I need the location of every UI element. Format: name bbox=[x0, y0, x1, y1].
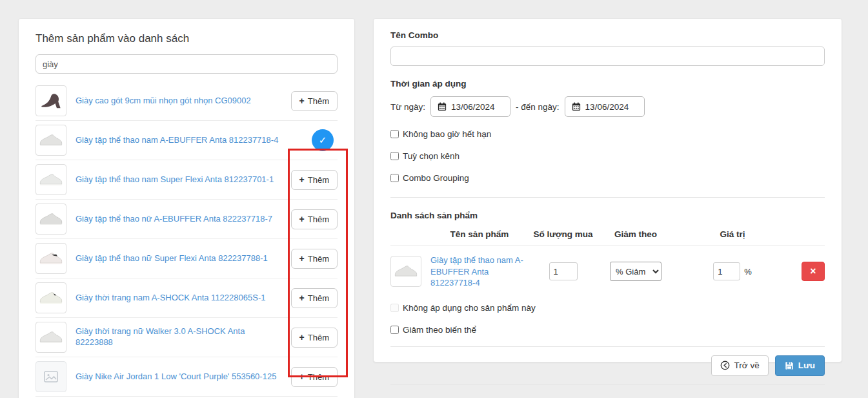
product-list-item: Giày tập thể thao nam A-EBUFFER Anta 812… bbox=[35, 121, 338, 160]
calendar-icon bbox=[438, 102, 447, 111]
to-date-value: 13/06/2024 bbox=[585, 102, 629, 112]
product-thumbnail bbox=[35, 282, 66, 313]
added-check-button[interactable]: ✓ bbox=[312, 129, 334, 151]
time-section-label: Thời gian áp dụng bbox=[390, 66, 825, 96]
bottom-divider bbox=[390, 384, 825, 385]
from-date-input[interactable]: 13/06/2024 bbox=[430, 96, 510, 117]
sneaker-icon bbox=[39, 325, 63, 350]
add-product-button[interactable]: + Thêm bbox=[291, 209, 338, 229]
checkbox-label: Combo Grouping bbox=[403, 173, 469, 183]
not-apply-checkbox[interactable] bbox=[390, 304, 399, 312]
product-thumbnail bbox=[35, 85, 66, 116]
save-button[interactable]: Lưu bbox=[775, 355, 825, 376]
back-button[interactable]: Trở về bbox=[711, 355, 769, 376]
combo-form-panel: Tên Combo Thời gian áp dụng Từ ngày: 13/… bbox=[373, 18, 842, 362]
variant-discount-checkbox[interactable] bbox=[390, 326, 399, 334]
product-thumbnail bbox=[390, 256, 421, 287]
value-unit-label: % bbox=[744, 267, 752, 277]
from-date-value: 13/06/2024 bbox=[451, 102, 495, 112]
save-icon bbox=[785, 361, 794, 370]
product-name-link[interactable]: Giày thời trang nam A-SHOCK Anta 1122280… bbox=[76, 293, 291, 304]
value-input[interactable] bbox=[713, 262, 740, 280]
combo-name-input[interactable] bbox=[390, 47, 825, 66]
col-header-discount: Giảm theo bbox=[594, 229, 678, 239]
table-header-row: Tên sản phẩm Số lượng mua Giảm theo Giá … bbox=[390, 224, 825, 246]
sneaker-icon bbox=[394, 259, 418, 284]
product-thumbnail bbox=[35, 322, 66, 353]
plus-icon: + bbox=[299, 254, 305, 263]
combo-name-label: Tên Combo bbox=[390, 19, 825, 47]
date-range-row: Từ ngày: 13/06/2024 - đến ngày: 13/06/20… bbox=[390, 96, 825, 117]
channel-option-checkbox[interactable] bbox=[390, 152, 399, 160]
col-header-value: Giá trị bbox=[678, 229, 787, 239]
calendar-icon bbox=[572, 102, 581, 111]
checkbox-never-expire[interactable]: Không bao giờ hết hạn bbox=[390, 129, 825, 139]
product-thumbnail bbox=[35, 361, 66, 392]
plus-icon: + bbox=[299, 175, 305, 184]
product-name-link[interactable]: Giày tập thể thao nam A-EBUFFER Anta 812… bbox=[76, 135, 312, 146]
product-name-link[interactable]: Giày Nike Air Jordan 1 Low 'Court Purple… bbox=[76, 372, 291, 382]
add-product-button[interactable]: + Thêm bbox=[291, 91, 338, 111]
product-name-link[interactable]: Giày tập thể thao nữ Super Flexi Anta 82… bbox=[76, 253, 291, 264]
add-product-button[interactable]: + Thêm bbox=[291, 288, 338, 308]
product-thumbnail bbox=[35, 125, 66, 156]
checkbox-combo-grouping[interactable]: Combo Grouping bbox=[390, 173, 825, 183]
product-name-link[interactable]: Giày tập thể thao nam A-EBUFFER Anta 812… bbox=[430, 255, 527, 289]
checkbox-variant-discount[interactable]: Giảm theo biến thể bbox=[390, 325, 825, 335]
plus-icon: + bbox=[299, 215, 305, 224]
plus-icon: + bbox=[299, 333, 305, 342]
product-list-item: Giày tập thể thao nam Super Flexi Anta 8… bbox=[35, 160, 338, 200]
high-heel-icon bbox=[39, 89, 63, 112]
add-button-label: Thêm bbox=[308, 333, 329, 342]
product-name-link[interactable]: Giày tập thể thao nữ A-EBUFFER Anta 8222… bbox=[76, 214, 291, 225]
product-thumbnail bbox=[35, 204, 66, 235]
add-button-label: Thêm bbox=[308, 175, 329, 185]
product-name-link[interactable]: Giày cao gót 9cm mũi nhọn gót nhọn CG090… bbox=[76, 96, 291, 107]
save-button-label: Lưu bbox=[798, 361, 815, 370]
checkbox-label: Giảm theo biến thể bbox=[403, 325, 476, 335]
discount-type-select[interactable]: % Giảm bbox=[610, 262, 661, 281]
from-date-label: Từ ngày: bbox=[390, 102, 425, 112]
quantity-input[interactable] bbox=[549, 262, 578, 280]
product-thumbnail bbox=[35, 164, 66, 195]
close-icon: × bbox=[810, 266, 816, 277]
add-product-button[interactable]: + Thêm bbox=[291, 249, 338, 269]
arrow-circle-left-icon bbox=[720, 361, 730, 370]
product-name-link[interactable]: Giày tập thể thao nam Super Flexi Anta 8… bbox=[76, 174, 291, 185]
product-thumbnail bbox=[35, 243, 66, 274]
product-name-link[interactable]: Giày thời trang nữ Walker 3.0 A-SHOCK An… bbox=[76, 326, 291, 348]
to-date-input[interactable]: 13/06/2024 bbox=[565, 96, 645, 117]
checkbox-not-apply[interactable]: Không áp dụng cho sản phẩm này bbox=[390, 303, 825, 313]
product-list-item: Giày tập thể thao nữ Super Flexi Anta 82… bbox=[35, 239, 338, 278]
never-expire-checkbox[interactable] bbox=[390, 130, 399, 138]
delete-row-button[interactable]: × bbox=[802, 262, 825, 281]
product-list-item: Giày tập thể thao nữ A-EBUFFER Anta 8222… bbox=[35, 200, 338, 239]
product-list-item: Giày thời trang nữ Walker 3.0 A-SHOCK An… bbox=[35, 318, 338, 357]
col-header-qty: Số lượng mua bbox=[532, 229, 594, 239]
add-button-label: Thêm bbox=[308, 96, 329, 106]
add-button-label: Thêm bbox=[308, 372, 329, 382]
plus-icon: + bbox=[299, 293, 305, 302]
add-button-label: Thêm bbox=[308, 254, 329, 264]
panel-title: Thêm sản phẩm vào danh sách bbox=[35, 19, 338, 54]
checkbox-channel-option[interactable]: Tuỳ chọn kênh bbox=[390, 151, 825, 161]
plus-icon: + bbox=[299, 372, 305, 381]
sneaker-icon bbox=[39, 207, 63, 231]
footer-actions: Trở về Lưu bbox=[390, 347, 825, 384]
sneaker-icon bbox=[39, 128, 63, 152]
add-product-button[interactable]: + Thêm bbox=[291, 328, 338, 348]
product-list-item: Giày thời trang nam A-SHOCK Anta 1122280… bbox=[35, 278, 338, 318]
check-icon: ✓ bbox=[319, 134, 327, 146]
checkbox-label: Không bao giờ hết hạn bbox=[403, 129, 491, 139]
search-input[interactable] bbox=[35, 54, 338, 74]
sneaker-icon bbox=[39, 167, 63, 192]
product-list-item: Giày cao gót 9cm mũi nhọn gót nhọn CG090… bbox=[35, 81, 338, 121]
add-button-label: Thêm bbox=[308, 293, 329, 303]
checkbox-label: Tuỳ chọn kênh bbox=[403, 151, 459, 161]
add-product-button[interactable]: + Thêm bbox=[291, 170, 338, 190]
combo-grouping-checkbox[interactable] bbox=[390, 174, 399, 182]
add-product-button[interactable]: + Thêm bbox=[291, 367, 338, 387]
add-product-panel: Thêm sản phẩm vào danh sách Giày cao gót… bbox=[18, 18, 355, 398]
checkbox-label: Không áp dụng cho sản phẩm này bbox=[403, 303, 536, 313]
to-date-label: - đến ngày: bbox=[516, 102, 560, 112]
